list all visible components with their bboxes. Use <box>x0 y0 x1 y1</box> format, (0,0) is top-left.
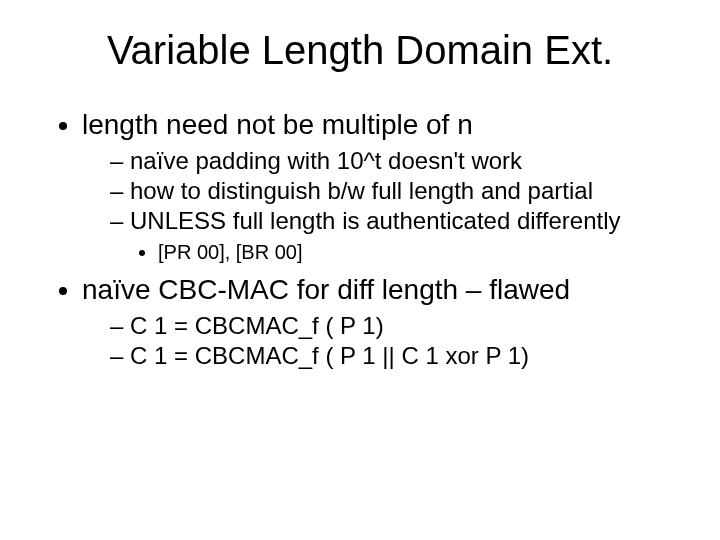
list-item: C 1 = CBCMAC_f ( P 1 || C 1 xor P 1) <box>110 342 690 370</box>
slide-title: Variable Length Domain Ext. <box>30 28 690 73</box>
bullet-list-level3: [PR 00], [BR 00] <box>110 241 690 264</box>
bullet-text: how to distinguish b/w full length and p… <box>130 177 593 204</box>
bullet-list-level1: length need not be multiple of n naïve p… <box>30 109 690 370</box>
list-item: [PR 00], [BR 00] <box>158 241 690 264</box>
list-item: UNLESS full length is authenticated diff… <box>110 207 690 264</box>
bullet-text: length need not be multiple of n <box>82 109 473 140</box>
list-item: length need not be multiple of n naïve p… <box>82 109 690 264</box>
slide: Variable Length Domain Ext. length need … <box>0 0 720 540</box>
bullet-list-level2: naïve padding with 10^t doesn't work how… <box>82 147 690 264</box>
bullet-text: naïve CBC-MAC for diff length – flawed <box>82 274 570 305</box>
list-item: C 1 = CBCMAC_f ( P 1) <box>110 312 690 340</box>
bullet-text: [PR 00], [BR 00] <box>158 241 303 263</box>
bullet-text: UNLESS full length is authenticated diff… <box>130 207 621 234</box>
list-item: naïve padding with 10^t doesn't work <box>110 147 690 175</box>
bullet-text: C 1 = CBCMAC_f ( P 1 || C 1 xor P 1) <box>130 342 529 369</box>
bullet-text: naïve padding with 10^t doesn't work <box>130 147 522 174</box>
list-item: naïve CBC-MAC for diff length – flawed C… <box>82 274 690 370</box>
bullet-list-level2: C 1 = CBCMAC_f ( P 1) C 1 = CBCMAC_f ( P… <box>82 312 690 370</box>
list-item: how to distinguish b/w full length and p… <box>110 177 690 205</box>
bullet-text: C 1 = CBCMAC_f ( P 1) <box>130 312 384 339</box>
